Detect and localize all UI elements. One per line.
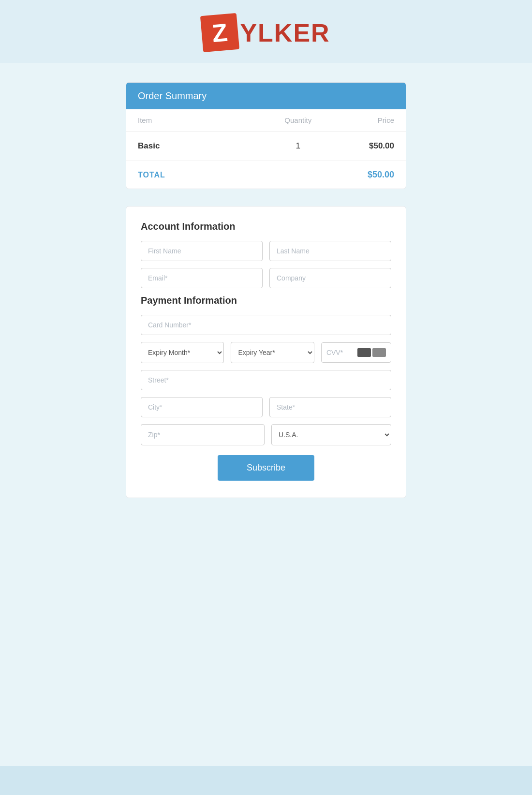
city-state-row bbox=[141, 397, 391, 417]
expiry-month-select[interactable]: Expiry Month* 01020304 05060708 09101112 bbox=[141, 342, 224, 363]
row-item-price: $50.00 bbox=[330, 141, 395, 151]
cvv-container bbox=[321, 342, 391, 363]
col-header-price: Price bbox=[330, 116, 395, 124]
col-header-item: Item bbox=[138, 116, 266, 124]
order-summary-card: Order Summary Item Quantity Price Basic … bbox=[126, 82, 406, 189]
logo-z-icon: Z bbox=[200, 13, 239, 52]
header: Z YLKER bbox=[0, 0, 532, 63]
payment-info-title: Payment Information bbox=[141, 295, 391, 306]
row-item-quantity: 1 bbox=[266, 141, 330, 151]
country-select[interactable]: U.S.A. Canada UK Australia Other bbox=[271, 424, 391, 445]
zip-country-row: U.S.A. Canada UK Australia Other bbox=[141, 424, 391, 445]
logo-text: YLKER bbox=[240, 18, 330, 47]
email-company-row bbox=[141, 268, 391, 288]
account-info-title: Account Information bbox=[141, 221, 391, 232]
company-field[interactable] bbox=[269, 268, 391, 288]
city-input[interactable] bbox=[141, 397, 263, 417]
expiry-year-select[interactable]: Expiry Year* 2024202520262027 2028202920… bbox=[231, 342, 314, 363]
col-header-quantity: Quantity bbox=[266, 116, 330, 124]
total-label: TOTAL bbox=[138, 171, 165, 179]
first-name-input[interactable] bbox=[141, 241, 263, 261]
subscribe-button[interactable]: Subscribe bbox=[218, 455, 314, 481]
card-number-input[interactable] bbox=[141, 315, 391, 335]
order-table: Item Quantity Price Basic 1 $50.00 TOTAL… bbox=[126, 109, 406, 189]
order-summary-header: Order Summary bbox=[126, 83, 406, 109]
cvv-input[interactable] bbox=[326, 343, 357, 362]
row-item-name: Basic bbox=[138, 141, 266, 151]
state-input[interactable] bbox=[269, 397, 391, 417]
main-content: Order Summary Item Quantity Price Basic … bbox=[0, 63, 532, 766]
card-strip-1 bbox=[357, 348, 371, 357]
email-field[interactable] bbox=[141, 268, 263, 288]
name-row bbox=[141, 241, 391, 261]
total-amount: $50.00 bbox=[368, 170, 394, 180]
last-name-input[interactable] bbox=[269, 241, 391, 261]
footer-bar bbox=[0, 766, 532, 795]
street-input[interactable] bbox=[141, 370, 391, 390]
order-table-header-row: Item Quantity Price bbox=[126, 109, 406, 132]
card-icon bbox=[357, 348, 386, 357]
table-row: Basic 1 $50.00 bbox=[126, 132, 406, 161]
logo: Z YLKER bbox=[202, 15, 330, 51]
expiry-cvv-row: Expiry Month* 01020304 05060708 09101112… bbox=[141, 342, 391, 363]
order-total-row: TOTAL $50.00 bbox=[126, 161, 406, 189]
account-form-card: Account Information Payment Information … bbox=[126, 206, 406, 498]
zip-input[interactable] bbox=[141, 424, 265, 445]
order-summary-title: Order Summary bbox=[138, 90, 207, 101]
card-strip-2 bbox=[372, 348, 386, 357]
